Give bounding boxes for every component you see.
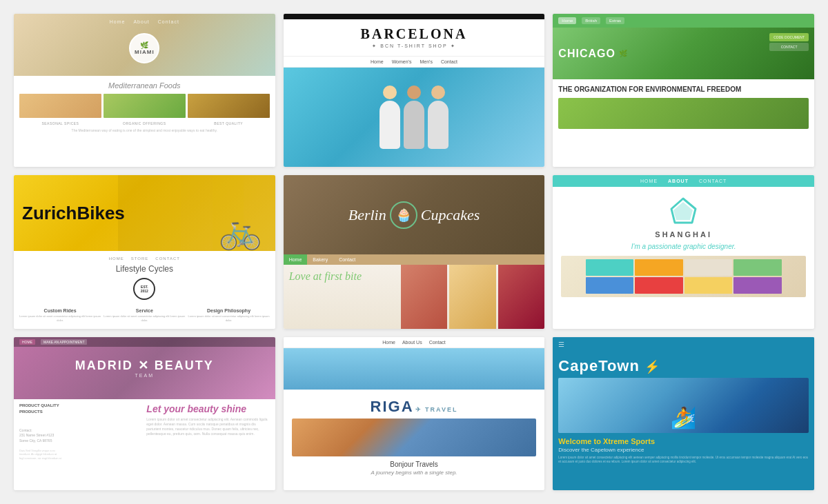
chicago-nav: Home British Extras bbox=[553, 14, 814, 28]
riga-hero bbox=[284, 348, 545, 390]
chicago-body: The Organization for Environmental Freed… bbox=[553, 79, 814, 167]
barcelona-top-bar bbox=[284, 14, 545, 19]
barcelona-nav: Home Women's Men's Contact bbox=[284, 57, 545, 68]
capetown-welcome: Welcome to Xtreme Sports bbox=[558, 437, 809, 445]
chicago-leaf-icon: 🌿 bbox=[619, 50, 627, 57]
berlin-card[interactable]: Berlin 🧁 Cupcakes Home Bakery Contact Lo… bbox=[284, 175, 545, 328]
miami-caption-3: Best Quality bbox=[188, 121, 270, 125]
shanghai-card[interactable]: HOME ABOUT CONTACT SHANGHAI I'm a passio… bbox=[553, 175, 814, 328]
capetown-hamburger-icon: ☰ bbox=[558, 341, 564, 348]
berlin-nav-home: Home bbox=[284, 254, 308, 265]
capetown-text: Lorem ipsum dolor sit amet consectetur a… bbox=[558, 456, 809, 465]
chicago-card[interactable]: Home British Extras CHICAGO 🌿 CODE DOCUM… bbox=[553, 14, 814, 167]
barcelona-title: BARCELONA bbox=[290, 26, 538, 42]
zurich-feature-1: Custom Rides Lorem ipsum dolor sit amet … bbox=[19, 308, 101, 321]
chicago-nav-home: Home bbox=[558, 17, 576, 24]
madrid-contact: Contact: 231 Name Street #123 Some City,… bbox=[19, 428, 142, 461]
shanghai-nav-home: HOME bbox=[640, 179, 658, 183]
person-3 bbox=[428, 85, 448, 149]
berlin-bg-images bbox=[401, 265, 544, 328]
madrid-card[interactable]: HOME MAKE AN APPOINTMENT MADRID ✕ BEAUTY… bbox=[14, 337, 275, 490]
zurich-hero: ZurichBikes 🚲 bbox=[14, 175, 275, 251]
berlin-nav: Home Bakery Contact bbox=[284, 254, 545, 265]
chicago-right-nav: CODE DOCUMENT CONTACT bbox=[769, 33, 809, 51]
shanghai-nav: HOME ABOUT CONTACT bbox=[553, 175, 814, 187]
template-grid: Home About Contact 🌿 MIAMI Mediterranean… bbox=[0, 0, 828, 504]
madrid-tagline: Let your beauty shine bbox=[146, 403, 269, 415]
zurich-feature-text-1: Lorem ipsum dolor sit amet consectetur a… bbox=[19, 314, 101, 321]
madrid-logo-sub: TEAM bbox=[75, 373, 214, 378]
madrid-right: Let your beauty shine Lorem ipsum dolor … bbox=[146, 403, 269, 486]
zurich-emblem-text: EST.2012 bbox=[141, 285, 148, 293]
miami-header: Home About Contact 🌿 MIAMI bbox=[14, 14, 275, 76]
zurich-feature-3: Design Philosophy Lorem ipsum dolor sit … bbox=[188, 308, 269, 321]
chicago-headline: The Organization for Environmental Freed… bbox=[558, 85, 809, 94]
zurich-features: Custom Rides Lorem ipsum dolor sit amet … bbox=[19, 308, 270, 321]
riga-tagline: Bonjour Travels bbox=[390, 461, 437, 468]
miami-card[interactable]: Home About Contact 🌿 MIAMI Mediterranean… bbox=[14, 14, 275, 167]
madrid-top-bar: HOME MAKE AN APPOINTMENT bbox=[14, 337, 275, 347]
riga-travel-text: ✈ TRAVEL bbox=[415, 406, 458, 413]
miami-nav: Home About Contact bbox=[110, 19, 179, 24]
miami-img-3 bbox=[188, 94, 270, 118]
riga-card[interactable]: Home About Us Contact RIGA ✈ TRAVEL Bonj… bbox=[284, 337, 545, 490]
berlin-cupcake-icon: 🧁 bbox=[390, 201, 417, 229]
zurich-feature-text-2: Lorem ipsum dolor sit amet consectetur a… bbox=[103, 314, 185, 321]
riga-nav: Home About Us Contact bbox=[284, 337, 545, 348]
person-head-3 bbox=[431, 85, 445, 99]
miami-leaf-icon: 🌿 bbox=[140, 41, 148, 49]
portfolio-cell-7 bbox=[684, 277, 732, 294]
zurich-body: HOME STORE CONTACT Lifestyle Cycles EST.… bbox=[14, 251, 275, 328]
person-head-2 bbox=[407, 85, 421, 99]
person-1 bbox=[379, 85, 400, 149]
riga-body: RIGA ✈ TRAVEL Bonjour Travels A journey … bbox=[284, 390, 545, 490]
madrid-logo-text: MADRID ✕ BEAUTY bbox=[75, 358, 214, 373]
zurich-feature-title-3: Design Philosophy bbox=[188, 308, 269, 313]
capetown-card[interactable]: ☰ CapeTown ⚡ 🏄 Welcome to Xtreme Sports … bbox=[553, 337, 814, 490]
barcelona-hero-image bbox=[284, 68, 545, 167]
shanghai-portfolio bbox=[561, 256, 806, 297]
shanghai-body: SHANGHAI I'm a passionate graphic design… bbox=[553, 187, 814, 328]
chicago-nav-british: British bbox=[582, 17, 600, 24]
barcelona-people bbox=[379, 85, 448, 149]
riga-city-image bbox=[292, 419, 537, 456]
madrid-home-btn: HOME bbox=[19, 339, 35, 345]
barcelona-subtitle: ✦ BCN T-SHIRT SHOP ✦ bbox=[290, 43, 538, 49]
miami-text: The Mediterranean way of eating is one o… bbox=[19, 128, 270, 133]
capetown-top-bar: ☰ bbox=[553, 337, 814, 352]
berlin-food-3 bbox=[498, 265, 544, 328]
miami-img-2 bbox=[103, 94, 186, 118]
madrid-text: Lorem ipsum dolor sit amet consectetur a… bbox=[146, 417, 269, 436]
capetown-body: Welcome to Xtreme Sports Discover the Ca… bbox=[553, 433, 814, 490]
barcelona-card[interactable]: BARCELONA ✦ BCN T-SHIRT SHOP ✦ Home Wome… bbox=[284, 14, 545, 167]
shanghai-name: SHANGHAI bbox=[655, 230, 712, 239]
madrid-hero: HOME MAKE AN APPOINTMENT MADRID ✕ BEAUTY… bbox=[14, 337, 275, 399]
madrid-logo: MADRID ✕ BEAUTY TEAM bbox=[75, 358, 214, 378]
madrid-product-quality-label: Product Quality bbox=[19, 403, 142, 407]
portfolio-cell-8 bbox=[733, 277, 781, 294]
miami-logo: 🌿 MIAMI bbox=[129, 33, 159, 63]
berlin-cupcakes-text: Cupcakes bbox=[421, 206, 480, 224]
shanghai-nav-about: ABOUT bbox=[668, 179, 689, 183]
chicago-nav-extras: Extras bbox=[606, 17, 624, 24]
riga-logo-text: RIGA bbox=[371, 398, 414, 416]
chicago-logo-text: CHICAGO bbox=[558, 48, 615, 60]
capetown-bolt-icon: ⚡ bbox=[644, 360, 660, 374]
barcelona-header: BARCELONA ✦ BCN T-SHIRT SHOP ✦ bbox=[284, 19, 545, 57]
capetown-title: CapeTown bbox=[558, 357, 644, 374]
shanghai-nav-contact: CONTACT bbox=[699, 179, 727, 183]
zurich-feature-text-3: Lorem ipsum dolor sit amet consectetur a… bbox=[188, 314, 269, 321]
madrid-body: Product Quality Products Contact: 231 Na… bbox=[14, 399, 275, 490]
zurich-nav: HOME STORE CONTACT bbox=[19, 256, 270, 261]
portfolio-grid bbox=[586, 259, 782, 294]
miami-caption-2: Organic Offerings bbox=[103, 121, 186, 125]
miami-logo-text: MIAMI bbox=[135, 49, 155, 55]
capetown-person-icon: 🏄 bbox=[671, 405, 696, 430]
portfolio-cell-4 bbox=[733, 259, 781, 276]
zurich-card[interactable]: ZurichBikes 🚲 HOME STORE CONTACT Lifesty… bbox=[14, 175, 275, 328]
zurich-subtitle: Lifestyle Cycles bbox=[19, 264, 270, 274]
chicago-code-btn: CODE DOCUMENT bbox=[769, 33, 809, 41]
chicago-contact-btn: CONTACT bbox=[769, 43, 809, 51]
miami-subtitle: Mediterranean Foods bbox=[19, 81, 270, 90]
person-body-1 bbox=[379, 101, 400, 149]
